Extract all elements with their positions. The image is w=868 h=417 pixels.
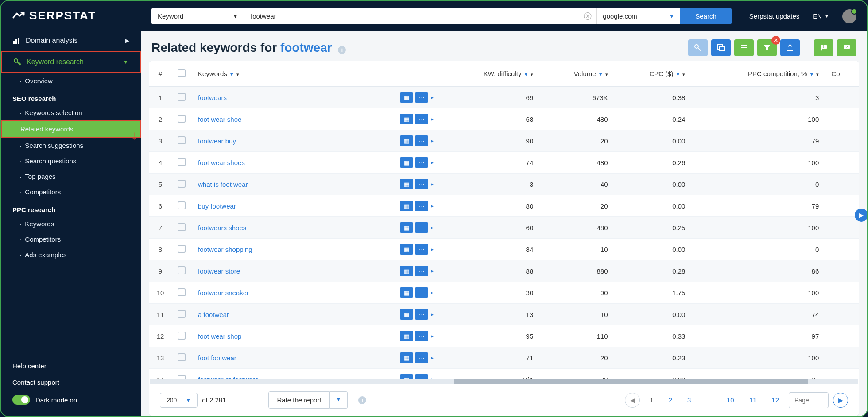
keyword-link[interactable]: footwear or footware bbox=[198, 376, 259, 380]
serp-feature-icon[interactable]: ⋯ bbox=[415, 179, 428, 189]
col-difficulty[interactable]: KW. difficulty▼▾ bbox=[440, 61, 539, 87]
serp-feature-icon[interactable]: ⋯ bbox=[415, 266, 428, 276]
serp-feature-icon[interactable]: ⋯ bbox=[415, 352, 428, 363]
expand-row-icon[interactable]: ▸ bbox=[431, 203, 434, 209]
expand-row-icon[interactable]: ▸ bbox=[431, 376, 434, 379]
nav-top-pages[interactable]: Top pages bbox=[1, 169, 141, 184]
row-checkbox[interactable] bbox=[178, 180, 186, 188]
search-input[interactable] bbox=[244, 8, 584, 24]
nav-overview[interactable]: Overview bbox=[1, 73, 141, 89]
scroll-right-button[interactable]: ▶ bbox=[855, 208, 868, 222]
serp-feature-icon[interactable]: ⋯ bbox=[415, 114, 428, 124]
page-number-button[interactable]: 11 bbox=[744, 393, 762, 407]
serp-feature-icon[interactable]: ▦ bbox=[400, 244, 413, 255]
keyword-link[interactable]: foot wear shoes bbox=[198, 159, 245, 166]
keyword-link[interactable]: footwears bbox=[198, 94, 227, 101]
keyword-link[interactable]: a footwear bbox=[198, 311, 229, 318]
keyword-link[interactable]: buy footwear bbox=[198, 202, 236, 210]
search-engine-select[interactable]: google.com ▼ bbox=[596, 8, 680, 24]
serp-feature-icon[interactable]: ⋯ bbox=[415, 374, 428, 379]
serp-feature-icon[interactable]: ▦ bbox=[400, 179, 413, 189]
api-key-button[interactable] bbox=[688, 39, 708, 56]
keyword-link[interactable]: footwear buy bbox=[198, 137, 236, 145]
expand-row-icon[interactable]: ▸ bbox=[431, 246, 434, 252]
dark-mode-toggle[interactable] bbox=[12, 395, 30, 405]
row-checkbox[interactable] bbox=[178, 332, 186, 340]
nav-search-suggestions[interactable]: Search suggestions bbox=[1, 138, 141, 153]
brand-logo[interactable]: SERPSTAT bbox=[1, 1, 141, 31]
serp-feature-icon[interactable]: ⋯ bbox=[415, 157, 428, 168]
nav-ads-examples[interactable]: Ads examples bbox=[1, 247, 141, 263]
keyword-link[interactable]: footwear shopping bbox=[198, 246, 252, 253]
serp-feature-icon[interactable]: ▦ bbox=[400, 157, 413, 168]
row-checkbox[interactable] bbox=[178, 158, 186, 166]
expand-row-icon[interactable]: ▸ bbox=[431, 333, 434, 339]
col-cpc[interactable]: CPC ($)▼▾ bbox=[614, 61, 692, 87]
keyword-link[interactable]: footwear store bbox=[198, 267, 240, 275]
row-checkbox[interactable] bbox=[178, 288, 186, 296]
expand-row-icon[interactable]: ▸ bbox=[431, 94, 434, 100]
serp-feature-icon[interactable]: ⋯ bbox=[415, 92, 428, 103]
help-button[interactable]: ? bbox=[837, 39, 856, 56]
row-checkbox[interactable] bbox=[178, 266, 186, 274]
serpstat-updates-link[interactable]: Serpstat updates bbox=[749, 12, 799, 20]
expand-row-icon[interactable]: ▸ bbox=[431, 181, 434, 187]
col-keywords[interactable]: Keywords▼▾ bbox=[192, 61, 440, 87]
serp-feature-icon[interactable]: ⋯ bbox=[415, 222, 428, 233]
serp-feature-icon[interactable]: ⋯ bbox=[415, 287, 428, 298]
row-checkbox[interactable] bbox=[178, 310, 186, 318]
expand-row-icon[interactable]: ▸ bbox=[431, 290, 434, 296]
nav-keyword-research[interactable]: Keyword research ▼ bbox=[1, 51, 141, 73]
serp-feature-icon[interactable]: ▦ bbox=[400, 114, 413, 124]
page-size-select[interactable]: 200 ▼ bbox=[160, 393, 198, 408]
serp-feature-icon[interactable]: ▦ bbox=[400, 374, 413, 379]
row-checkbox[interactable] bbox=[178, 93, 186, 101]
nav-related-keywords[interactable]: Related keywords bbox=[1, 120, 141, 138]
col-ppc[interactable]: PPC competition, %▼▾ bbox=[691, 61, 825, 87]
serp-feature-icon[interactable]: ▦ bbox=[400, 309, 413, 320]
col-extra[interactable]: Co bbox=[825, 61, 859, 87]
feedback-button[interactable]: ! bbox=[814, 39, 833, 56]
row-checkbox[interactable] bbox=[178, 375, 186, 380]
user-avatar[interactable] bbox=[842, 9, 856, 23]
row-checkbox[interactable] bbox=[178, 245, 186, 253]
keyword-link[interactable]: foot footwear bbox=[198, 354, 236, 362]
serp-feature-icon[interactable]: ▦ bbox=[400, 222, 413, 233]
serp-feature-icon[interactable]: ▦ bbox=[400, 331, 413, 341]
serp-feature-icon[interactable]: ▦ bbox=[400, 135, 413, 146]
page-number-button[interactable]: 10 bbox=[721, 393, 740, 407]
search-type-select[interactable]: Keyword ▼ bbox=[151, 8, 244, 24]
expand-row-icon[interactable]: ▸ bbox=[431, 159, 434, 166]
keyword-link[interactable]: foot wear shoe bbox=[198, 116, 241, 123]
nav-competitors-seo[interactable]: Competitors bbox=[1, 184, 141, 200]
next-page-button[interactable]: ▶ bbox=[833, 393, 848, 408]
serp-feature-icon[interactable]: ⋯ bbox=[415, 244, 428, 255]
copy-button[interactable] bbox=[711, 39, 731, 56]
col-volume[interactable]: Volume▼▾ bbox=[539, 61, 614, 87]
row-checkbox[interactable] bbox=[178, 223, 186, 231]
expand-row-icon[interactable]: ▸ bbox=[431, 311, 434, 317]
keyword-link[interactable]: foot wear shop bbox=[198, 332, 241, 340]
serp-feature-icon[interactable]: ⋯ bbox=[415, 201, 428, 211]
page-number-button[interactable]: 1 bbox=[644, 393, 659, 407]
language-select[interactable]: EN ▼ bbox=[813, 12, 829, 20]
row-checkbox[interactable] bbox=[178, 353, 186, 361]
clear-search-icon[interactable]: ⓧ bbox=[584, 11, 592, 22]
expand-row-icon[interactable]: ▸ bbox=[431, 224, 434, 231]
expand-row-icon[interactable]: ▸ bbox=[431, 268, 434, 274]
prev-page-button[interactable]: ◀ bbox=[625, 393, 640, 408]
list-view-button[interactable] bbox=[734, 39, 754, 56]
rate-report-button[interactable]: Rate the report bbox=[268, 391, 329, 409]
rate-report-dropdown[interactable]: ▼ bbox=[330, 391, 348, 409]
info-icon[interactable]: i bbox=[358, 396, 366, 404]
row-checkbox[interactable] bbox=[178, 115, 186, 123]
serp-feature-icon[interactable]: ▦ bbox=[400, 352, 413, 363]
row-checkbox[interactable] bbox=[178, 201, 186, 209]
keyword-link[interactable]: what is foot wear bbox=[198, 181, 248, 188]
info-icon[interactable]: i bbox=[338, 46, 346, 54]
page-number-button[interactable]: 2 bbox=[663, 393, 678, 407]
horizontal-scrollbar[interactable] bbox=[150, 379, 858, 384]
nav-competitors-ppc[interactable]: Competitors bbox=[1, 232, 141, 247]
serp-feature-icon[interactable]: ⋯ bbox=[415, 309, 428, 320]
serp-feature-icon[interactable]: ▦ bbox=[400, 92, 413, 103]
